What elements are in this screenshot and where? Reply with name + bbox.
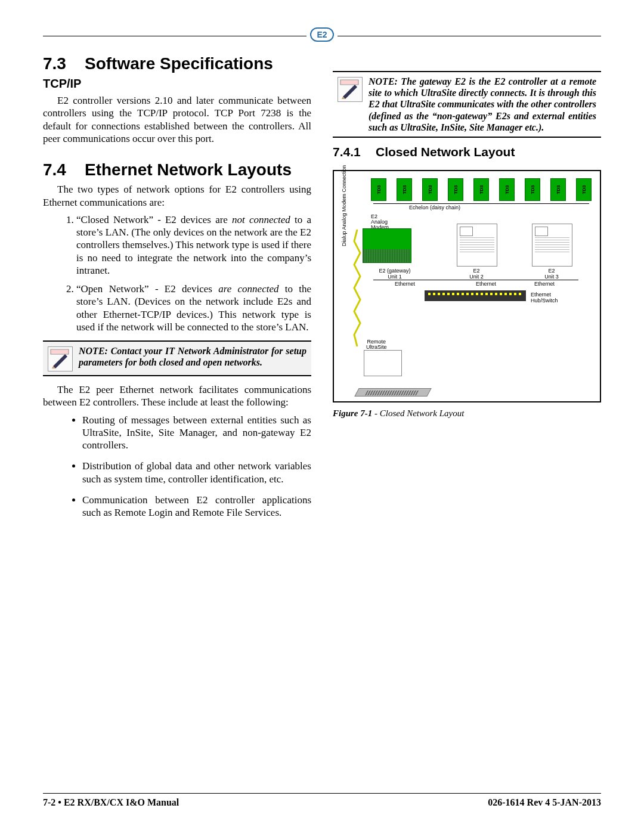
pencil-note-icon <box>48 346 73 371</box>
td3-module-icon: TD3 <box>499 178 515 201</box>
unit1-label: E2 (gateway) Unit 1 <box>371 268 419 280</box>
figure-caption-title: - Closed Network Layout <box>372 408 464 418</box>
page-footer: 7-2 • E2 RX/BX/CX I&O Manual 026-1614 Re… <box>43 793 601 808</box>
laptop-icon <box>357 379 428 397</box>
section-7-4-heading: 7.4Ethernet Network Layouts <box>43 160 311 179</box>
figure-caption-label: Figure 7-1 <box>333 408 372 418</box>
header-rule: E2 <box>43 36 601 36</box>
ethernet-label: Ethernet <box>395 281 415 287</box>
td3-module-icon: TD3 <box>576 178 592 201</box>
section-7-3-title: Software Specifications <box>85 54 273 73</box>
pencil-note-icon <box>338 77 363 102</box>
e2-unit-icon <box>457 224 497 267</box>
note-box-it-admin: NOTE: Contact your IT Network Administra… <box>43 340 311 376</box>
modem-connection-label: Dialup Analog Modem Connection <box>341 165 347 246</box>
section-7-3-number: 7.3 <box>43 54 85 73</box>
network-types-list: “Closed Network” - E2 devices are not co… <box>57 213 311 333</box>
modem-connection-icon <box>353 230 361 346</box>
tcpip-body: E2 controller versions 2.10 and later co… <box>43 94 311 145</box>
td3-module-icon: TD3 <box>473 178 489 201</box>
list-item: “Open Network” - E2 devices are connecte… <box>76 283 311 333</box>
remote-ultrasite-label: Remote UltraSite <box>366 339 387 350</box>
hub-label: Ethernet Hub/Switch <box>531 292 558 304</box>
td3-module-icon: TD3 <box>448 178 463 201</box>
figure-caption: Figure 7-1 - Closed Network Layout <box>333 408 601 419</box>
footer-left: 7-2 • E2 RX/BX/CX I&O Manual <box>43 797 179 808</box>
page: E2 7.3Software Specifications TCP/IP E2 … <box>0 0 644 833</box>
e2-modem-label: E2 Analog Modem <box>371 214 389 230</box>
right-column: NOTE: The gateway E2 is the E2 controlle… <box>333 48 601 527</box>
section-7-4-number: 7.4 <box>43 160 85 179</box>
list-item: Distribution of global data and other ne… <box>82 460 311 485</box>
unit2-label: E2 Unit 2 <box>454 268 499 280</box>
ethernet-hub-icon <box>425 290 526 301</box>
section-7-4-title: Ethernet Network Layouts <box>85 160 292 179</box>
svg-text:E2: E2 <box>317 30 327 39</box>
section-7-4-intro: The two types of network options for E2 … <box>43 183 311 209</box>
peer-ethernet-para: The E2 peer Ethernet network facilitates… <box>43 383 311 409</box>
e2-gateway-icon <box>363 228 411 263</box>
note-text: NOTE: The gateway E2 is the E2 controlle… <box>369 76 596 133</box>
list-item: Communication between E2 controller appl… <box>82 494 311 519</box>
remote-box-icon <box>364 350 402 376</box>
footer-right: 026-1614 Rev 4 5-JAN-2013 <box>488 797 601 808</box>
left-column: 7.3Software Specifications TCP/IP E2 con… <box>43 48 311 527</box>
ethernet-label: Ethernet <box>534 281 555 287</box>
td3-module-icon: TD3 <box>397 178 412 201</box>
td3-module-icon: TD3 <box>525 178 540 201</box>
e2-unit-icon <box>532 224 572 267</box>
td3-module-icon: TD3 <box>550 178 566 201</box>
e2-logo-icon: E2 <box>306 27 338 42</box>
td3-module-icon: TD3 <box>371 178 386 201</box>
two-column-layout: 7.3Software Specifications TCP/IP E2 con… <box>43 48 601 527</box>
note-text: NOTE: Contact your IT Network Administra… <box>79 345 306 368</box>
list-item: Routing of messages between external ent… <box>82 414 311 452</box>
features-bullets: Routing of messages between external ent… <box>66 414 311 519</box>
td3-module-icon: TD3 <box>422 178 438 201</box>
list-item: “Closed Network” - E2 devices are not co… <box>76 213 311 277</box>
ethernet-label: Ethernet <box>476 281 496 287</box>
echelon-label: Echelon (daisy chain) <box>409 205 460 210</box>
section-7-4-1-title: Closed Network Layout <box>376 145 515 159</box>
note-box-gateway: NOTE: The gateway E2 is the E2 controlle… <box>333 71 601 138</box>
tcpip-heading: TCP/IP <box>43 77 311 91</box>
section-7-4-1-heading: 7.4.1Closed Network Layout <box>333 145 601 159</box>
section-7-4-1-number: 7.4.1 <box>333 145 376 159</box>
unit3-label: E2 Unit 3 <box>530 268 574 280</box>
figure-7-1-diagram: TD3 TD3 TD3 TD3 TD3 TD3 TD3 TD3 TD3 Eche… <box>333 170 601 402</box>
section-7-3-heading: 7.3Software Specifications <box>43 54 311 73</box>
